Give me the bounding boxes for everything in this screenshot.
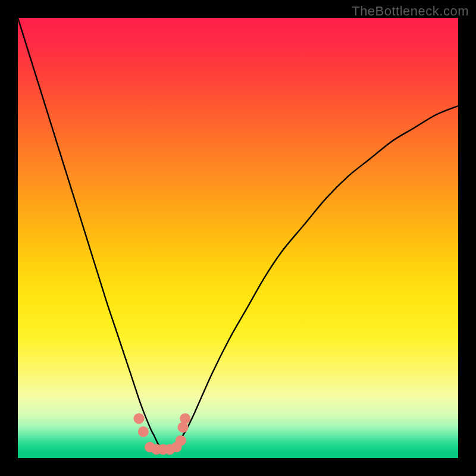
curve-layer — [18, 18, 458, 458]
curve-marker — [180, 413, 190, 424]
marker-cluster — [134, 413, 191, 455]
curve-marker — [138, 427, 149, 437]
bottleneck-curve — [18, 18, 458, 450]
curve-marker — [134, 413, 145, 424]
watermark-text: TheBottleneck.com — [352, 4, 469, 19]
plot-area — [18, 18, 458, 458]
curve-marker — [176, 435, 186, 446]
chart-frame: TheBottleneck.com — [0, 0, 476, 476]
